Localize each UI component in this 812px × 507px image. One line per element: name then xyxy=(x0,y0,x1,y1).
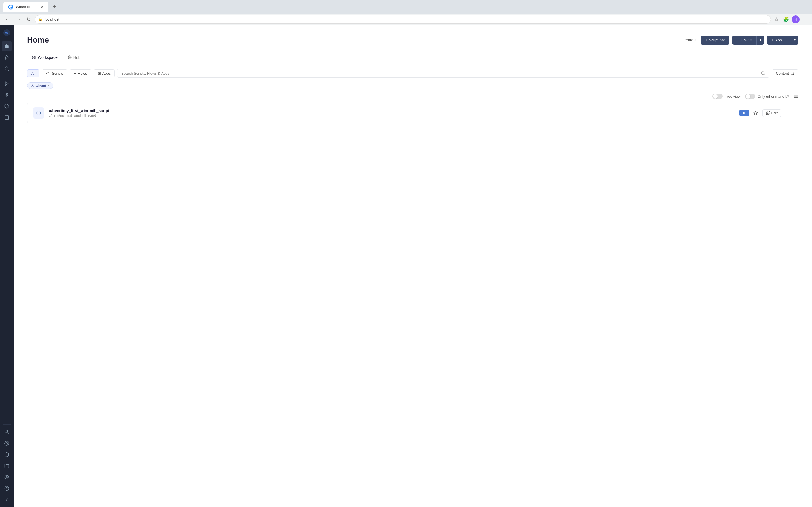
lock-icon: 🔒 xyxy=(38,17,43,21)
edit-label: Edit xyxy=(771,111,777,115)
svg-point-13 xyxy=(6,476,8,478)
filter-scripts-label: Scripts xyxy=(52,71,63,75)
svg-marker-32 xyxy=(754,111,757,115)
svg-point-33 xyxy=(788,111,788,112)
tab-hub[interactable]: Hub xyxy=(63,52,86,63)
url-text: localhost xyxy=(45,17,59,21)
create-app-group: + App ⊞ ▾ xyxy=(767,36,799,45)
svg-point-12 xyxy=(6,443,8,444)
filter-user-toggle[interactable] xyxy=(745,94,755,99)
script-item: u/henri/my_first_windmill_script u/henri… xyxy=(27,103,799,123)
owner-tag[interactable]: u/henri ✕ xyxy=(27,82,53,89)
windmill-logo-icon xyxy=(3,29,11,37)
script-code-icon: </> xyxy=(720,38,725,42)
script-type-icon xyxy=(33,107,44,119)
svg-point-22 xyxy=(761,71,764,75)
sidebar-item-resources[interactable] xyxy=(2,101,12,111)
sidebar-item-audit[interactable] xyxy=(2,472,12,482)
sidebar-item-starred[interactable] xyxy=(2,52,12,62)
svg-rect-18 xyxy=(35,58,36,59)
content-label: Content xyxy=(776,71,789,75)
view-controls: Tree view Only u/henri and f/* xyxy=(27,94,799,99)
star-icon xyxy=(753,111,758,115)
sidebar-item-settings[interactable] xyxy=(2,438,12,448)
flow-plus-icon: + xyxy=(737,38,739,42)
svg-line-23 xyxy=(764,74,765,75)
svg-rect-7 xyxy=(5,116,9,120)
svg-point-1 xyxy=(6,32,8,34)
filter-apps-button[interactable]: ⊞ Apps xyxy=(94,69,115,77)
filter-toggle-group: Only u/henri and f/* xyxy=(745,94,789,99)
filter-bar: All </> Scripts ≡ Flows ⊞ Apps xyxy=(27,69,799,78)
svg-point-3 xyxy=(5,67,8,70)
search-bar[interactable] xyxy=(117,69,769,78)
filter-scripts-button[interactable]: </> Scripts xyxy=(42,69,67,77)
create-label: Create a xyxy=(681,38,697,42)
more-dots-icon xyxy=(786,111,790,115)
owner-tag-close-icon[interactable]: ✕ xyxy=(47,84,50,87)
create-script-button[interactable]: + Script </> xyxy=(701,36,729,45)
sidebar-item-users[interactable] xyxy=(2,427,12,437)
filter-all-label: All xyxy=(31,71,35,75)
tree-view-toggle-knob xyxy=(713,94,718,99)
menu-button[interactable]: ⋮ xyxy=(801,15,809,24)
forward-button[interactable]: → xyxy=(14,15,22,23)
header-actions: Create a + Script </> + Flow ≡ ▾ xyxy=(681,36,799,45)
bookmark-button[interactable]: ☆ xyxy=(773,15,780,24)
filter-apps-label: Apps xyxy=(102,71,111,75)
tree-view-toggle[interactable] xyxy=(712,94,723,99)
sidebar-item-home[interactable] xyxy=(2,41,12,51)
tree-view-toggle-group: Tree view xyxy=(712,94,741,99)
svg-point-26 xyxy=(32,84,33,86)
search-input[interactable] xyxy=(121,71,758,75)
extensions-button[interactable]: 🧩 xyxy=(781,15,790,24)
edit-script-button[interactable]: Edit xyxy=(762,109,781,117)
flow-list-icon: ≡ xyxy=(750,38,752,42)
create-app-button[interactable]: + App ⊞ xyxy=(767,36,791,45)
app-logo[interactable] xyxy=(2,27,12,38)
owner-tag-label: u/henri xyxy=(36,83,46,88)
filter-flows-button[interactable]: ≡ Flows xyxy=(70,69,91,77)
view-settings-icon[interactable] xyxy=(794,94,799,99)
svg-marker-5 xyxy=(5,82,8,86)
page-header: Home Create a + Script </> + Flow ≡ xyxy=(27,36,799,45)
sidebar-item-help[interactable] xyxy=(2,483,12,494)
more-options-button[interactable] xyxy=(783,109,793,117)
svg-rect-16 xyxy=(33,56,34,57)
filter-all-button[interactable]: All xyxy=(27,69,40,77)
filter-flows-label: Flows xyxy=(78,71,87,75)
sidebar-divider-1 xyxy=(3,76,11,76)
svg-marker-6 xyxy=(5,104,9,108)
script-path: u/henri/my_first_windmill_script xyxy=(49,114,735,117)
script-info: u/henri/my_first_windmill_script u/henri… xyxy=(49,108,735,117)
create-flow-button[interactable]: + Flow ≡ xyxy=(732,36,756,45)
refresh-button[interactable]: ↻ xyxy=(25,15,33,24)
new-tab-button[interactable]: + xyxy=(51,3,59,11)
tab-workspace[interactable]: Workspace xyxy=(27,52,63,63)
sidebar-item-runs[interactable] xyxy=(2,78,12,89)
create-flow-dropdown-button[interactable]: ▾ xyxy=(756,36,764,45)
favorite-script-button[interactable] xyxy=(751,109,760,117)
owner-person-icon xyxy=(31,84,34,87)
workspace-tab-label: Workspace xyxy=(38,55,57,60)
tree-view-label: Tree view xyxy=(725,94,741,99)
sidebar-item-collapse[interactable] xyxy=(2,495,12,505)
svg-rect-19 xyxy=(33,58,34,59)
back-button[interactable]: ← xyxy=(3,15,12,23)
content-filter-button[interactable]: Content xyxy=(772,69,799,77)
url-bar[interactable]: 🔒 localhost xyxy=(35,15,771,24)
script-actions: Edit xyxy=(739,109,793,117)
scripts-code-icon: </> xyxy=(46,71,50,75)
sidebar-item-folders[interactable] xyxy=(2,461,12,471)
create-app-dropdown-button[interactable]: ▾ xyxy=(791,36,799,45)
sidebar-item-search[interactable] xyxy=(2,64,12,74)
sidebar-item-packages[interactable] xyxy=(2,450,12,460)
sidebar-item-schedules[interactable] xyxy=(2,112,12,122)
tab-title: Windmill xyxy=(16,5,30,9)
svg-line-25 xyxy=(793,74,794,75)
run-script-button[interactable] xyxy=(739,110,749,116)
tab-close-button[interactable]: ✕ xyxy=(40,4,44,10)
sidebar-item-variables[interactable]: $ xyxy=(2,90,12,100)
user-avatar[interactable]: H xyxy=(792,15,800,23)
svg-point-35 xyxy=(788,114,788,115)
